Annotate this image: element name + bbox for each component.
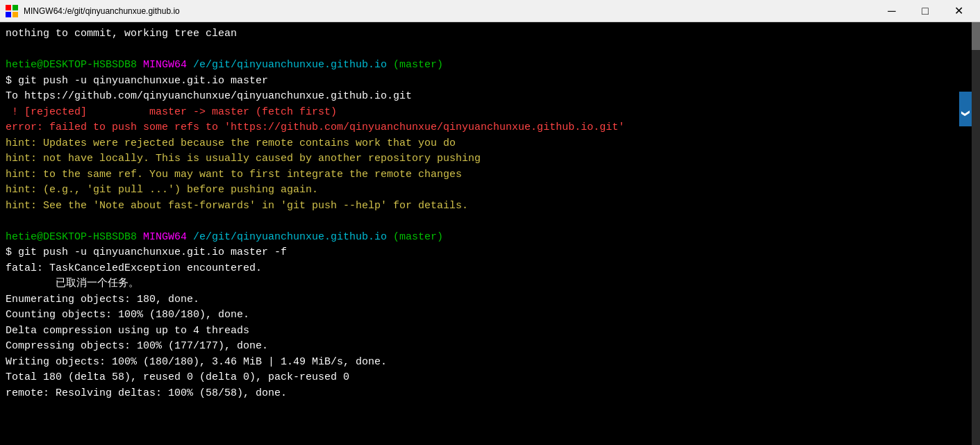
terminal-line-9: hint: not have locally. This is usually … [6,151,974,167]
terminal-line-7: error: failed to push some refs to 'http… [6,120,974,136]
terminal-line-19: Counting objects: 100% (180/180), done. [6,308,974,324]
terminal-line-6: ! [rejected] master -> master (fetch fir… [6,105,974,121]
terminal-line-12: hint: See the 'Note about fast-forwards'… [6,199,974,215]
scrollbar[interactable] [972,22,980,445]
terminal-line-10: hint: to the same ref. You may want to f… [6,167,974,183]
terminal-line-23: Total 180 (delta 58), reused 0 (delta 0)… [6,370,974,386]
terminal-line-15: $ git push -u qinyuanchunxue.git.io mast… [6,245,974,261]
svg-rect-1 [13,5,18,10]
terminal-line-18: Enumerating objects: 180, done. [6,292,974,308]
mingw-icon [6,5,18,17]
title-bar: MINGW64:/e/git/qinyuanchunxue.github.io … [0,0,980,22]
svg-text:❯: ❯ [961,108,970,117]
terminal-line-11: hint: (e.g., 'git pull ...') before push… [6,183,974,199]
terminal-line-2 [6,42,974,58]
side-panel-button[interactable]: ❯ [959,92,972,126]
terminal-line-22: Writing objects: 100% (180/180), 3.46 Mi… [6,355,974,371]
terminal-line-13 [6,214,974,230]
terminal-line-3: hetie@DESKTOP-HSBSDB8 MINGW64 /e/git/qin… [6,58,974,74]
terminal-line-24: remote: Resolving deltas: 100% (58/58), … [6,386,974,402]
terminal: nothing to commit, working tree clean he… [0,22,980,445]
terminal-line-17: 已取消一个任务。 [6,276,974,292]
terminal-line-1: nothing to commit, working tree clean [6,26,974,42]
terminal-line-8: hint: Updates were rejected because the … [6,136,974,152]
close-button[interactable]: ✕ [942,0,974,22]
terminal-line-14: hetie@DESKTOP-HSBSDB8 MINGW64 /e/git/qin… [6,230,974,246]
terminal-line-16: fatal: TaskCanceledException encountered… [6,261,974,277]
maximize-button[interactable]: □ [909,0,941,22]
svg-rect-2 [6,12,11,17]
svg-rect-0 [6,5,11,10]
terminal-line-5: To https://github.com/qinyuanchunxue/qin… [6,89,974,105]
scrollbar-thumb[interactable] [972,22,980,50]
terminal-line-21: Compressing objects: 100% (177/177), don… [6,339,974,355]
svg-rect-3 [13,12,18,17]
minimize-button[interactable]: ─ [876,0,908,22]
title-bar-buttons: ─ □ ✕ [876,0,974,22]
title-bar-title: MINGW64:/e/git/qinyuanchunxue.github.io [24,6,180,16]
terminal-line-20: Delta compression using up to 4 threads [6,324,974,339]
terminal-line-4: $ git push -u qinyuanchunxue.git.io mast… [6,74,974,90]
side-panel-icon: ❯ [961,99,970,119]
title-bar-left: MINGW64:/e/git/qinyuanchunxue.github.io [6,5,180,17]
